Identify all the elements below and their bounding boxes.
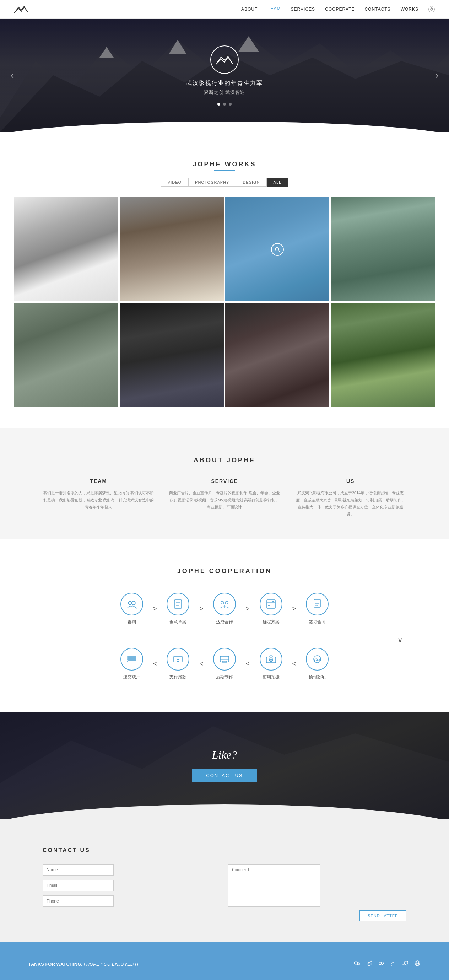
like-section: Like? CONTACT US	[0, 712, 449, 819]
about-us: US 武汉聚飞影视有限公司，成立于2014年，记悟新思维、专业态度，直诚基服为宗…	[295, 478, 406, 518]
filter-design[interactable]: DESIGN	[236, 178, 267, 186]
coop-deliver-label: 递交成片	[123, 674, 140, 680]
nav-icon-button[interactable]	[428, 6, 435, 13]
coop-arrow-8: <	[289, 660, 300, 668]
phone-input[interactable]	[43, 896, 114, 907]
about-team: TEAM 我们是一群知名系的人，只是怀揣梦想、星龙向前 我们认可不断利是挑、我们…	[43, 478, 154, 518]
footer-social-icons	[354, 960, 420, 968]
svg-point-0	[430, 8, 433, 10]
work-item-6[interactable]	[120, 303, 224, 407]
nav-team[interactable]: TEAM	[268, 6, 281, 13]
nav-cooperate[interactable]: COOPERATE	[325, 7, 354, 12]
svg-point-52	[359, 963, 360, 964]
coop-cooperate-label: 达成合作	[216, 619, 233, 625]
hero-title: 武汉影视行业的年青生力军	[186, 80, 263, 87]
work-item-7[interactable]	[225, 303, 329, 407]
coop-down-arrow: ∨	[29, 636, 420, 644]
coop-draft-label: 创意草案	[170, 619, 187, 625]
svg-rect-33	[174, 656, 182, 662]
hero-dot-3[interactable]	[229, 103, 232, 105]
svg-point-19	[221, 601, 224, 604]
contact-comment: SEND LATTER	[228, 864, 406, 921]
coop-plan-icon	[260, 593, 282, 616]
globe-icon[interactable]	[414, 960, 420, 968]
coop-cooperate-icon	[213, 593, 236, 616]
comment-textarea[interactable]	[228, 864, 320, 907]
about-team-title: TEAM	[43, 478, 154, 484]
coop-consult-label: 咨询	[127, 619, 136, 625]
flickr-icon[interactable]	[378, 960, 384, 968]
like-content: Like? CONTACT US	[192, 748, 257, 783]
works-title-line	[214, 170, 235, 171]
filter-tabs: VIDEO PHOTOGRAPHY DESIGN ALL	[14, 178, 435, 186]
nav-contacts[interactable]: CONTACTS	[365, 7, 391, 12]
hero-prev-arrow[interactable]: ‹	[11, 70, 14, 81]
hero-content: 武汉影视行业的年青生力军 聚新之创 武汉智造	[186, 46, 263, 105]
twitter-icon[interactable]	[402, 960, 408, 968]
cooperation-title: JOPHE COOPERATION	[29, 568, 420, 575]
navbar: ABOUT TEAM SERVICES COOPERATE CONTACTS W…	[0, 0, 449, 19]
svg-text:$: $	[316, 657, 318, 661]
coop-payment-icon	[167, 648, 189, 670]
rss-icon[interactable]	[390, 960, 397, 968]
nav-works[interactable]: WORKS	[401, 7, 419, 12]
weibo-icon[interactable]	[366, 960, 372, 968]
coop-draft: 创意草案	[160, 593, 196, 625]
filter-all[interactable]: ALL	[267, 178, 289, 186]
like-text: Like?	[192, 748, 257, 762]
coop-cooperate: 达成合作	[207, 593, 242, 625]
work-item-8[interactable]	[331, 303, 435, 407]
coop-deposit: $ 预付款项	[300, 648, 335, 680]
coop-contract: 签订合同	[300, 593, 335, 625]
hero-section: 武汉影视行业的年青生力军 聚新之创 武汉智造 ‹ ›	[0, 19, 449, 132]
hero-next-arrow[interactable]: ›	[435, 70, 438, 81]
cooperation-section: JOPHE COOPERATION 咨询 >	[0, 539, 449, 712]
coop-deposit-label: 预付款项	[309, 674, 326, 680]
coop-payment: 支付尾款	[160, 648, 196, 680]
hero-subtitle: 聚新之创 武汉智造	[186, 89, 263, 95]
hero-dot-2[interactable]	[223, 103, 226, 105]
nav-services[interactable]: SERVICES	[291, 7, 315, 12]
logo[interactable]	[14, 4, 29, 14]
svg-point-54	[368, 963, 369, 964]
filter-video[interactable]: VIDEO	[161, 178, 188, 186]
filter-photography[interactable]: PHOTOGRAPHY	[188, 178, 236, 186]
svg-point-20	[225, 601, 228, 604]
footer-bold: TANKS FOR WATCHING.	[29, 961, 83, 967]
send-button[interactable]: SEND LATTER	[360, 910, 406, 921]
svg-point-11	[275, 247, 279, 251]
footer-content: TANKS FOR WATCHING. I HOPE YOU ENJOYED I…	[29, 960, 420, 968]
work-overlay	[225, 197, 329, 301]
coop-plan-label: 确定方案	[262, 619, 279, 625]
work-item-4[interactable]	[331, 197, 435, 301]
cooperation-row-2: 递交成片 < 支付尾款 < 后期制作	[29, 648, 420, 680]
work-item-3[interactable]	[225, 197, 329, 301]
about-service-title: SERVICE	[169, 478, 281, 484]
nav-about[interactable]: ABOUT	[241, 7, 257, 12]
coop-plan: 确定方案	[253, 593, 289, 625]
svg-rect-31	[127, 659, 136, 660]
about-us-title: US	[295, 478, 406, 484]
svg-line-12	[279, 250, 280, 252]
coop-arrow-1: >	[149, 605, 160, 612]
email-input[interactable]	[43, 880, 114, 891]
coop-arrow-2: >	[196, 605, 207, 612]
work-item-1[interactable]	[14, 197, 118, 301]
svg-point-57	[391, 965, 392, 966]
coop-contract-label: 签订合同	[309, 619, 326, 625]
contact-fields	[43, 864, 221, 921]
coop-arrow-5: <	[149, 660, 160, 668]
svg-point-51	[358, 963, 359, 964]
work-item-2[interactable]	[120, 197, 224, 301]
works-title: JOPHE WORKS	[14, 161, 435, 168]
name-input[interactable]	[43, 864, 114, 875]
hero-dot-1[interactable]	[217, 103, 220, 105]
coop-contract-icon	[306, 593, 328, 616]
wechat-icon[interactable]	[354, 960, 360, 968]
svg-rect-30	[127, 656, 136, 658]
hero-dots	[186, 103, 263, 105]
contact-us-button[interactable]: CONTACT US	[192, 768, 257, 783]
svg-rect-32	[127, 660, 136, 662]
coop-draft-icon	[167, 593, 189, 616]
work-item-5[interactable]	[14, 303, 118, 407]
